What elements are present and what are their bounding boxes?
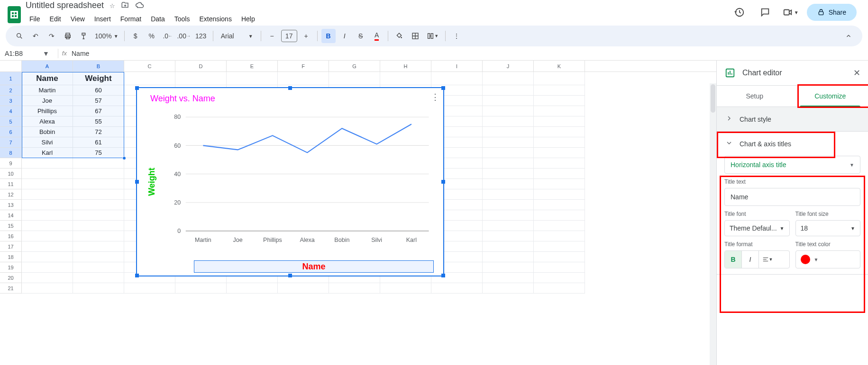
tab-customize[interactable]: Customize bbox=[793, 86, 868, 107]
cell[interactable] bbox=[534, 137, 585, 148]
cell[interactable] bbox=[483, 262, 534, 273]
cell[interactable] bbox=[22, 210, 73, 221]
cell[interactable] bbox=[534, 189, 585, 200]
row-header[interactable]: 18 bbox=[0, 252, 22, 262]
cell[interactable] bbox=[483, 189, 534, 200]
cell[interactable] bbox=[534, 169, 585, 179]
more-formats-icon[interactable]: 123 bbox=[193, 29, 209, 43]
menu-edit[interactable]: Edit bbox=[46, 13, 65, 25]
document-title[interactable]: Untitled spreadsheet bbox=[26, 0, 104, 10]
close-icon[interactable]: ✕ bbox=[853, 68, 860, 78]
cell[interactable] bbox=[73, 262, 124, 273]
row-header[interactable]: 2 bbox=[0, 85, 22, 96]
increase-decimal-icon[interactable]: .00→ bbox=[177, 29, 191, 43]
row-header[interactable]: 4 bbox=[0, 106, 22, 116]
row-header[interactable]: 8 bbox=[0, 148, 22, 158]
cell[interactable] bbox=[534, 200, 585, 210]
cell[interactable] bbox=[22, 241, 73, 252]
currency-format-icon[interactable]: $ bbox=[128, 29, 143, 43]
bold-button[interactable]: B bbox=[321, 29, 336, 43]
cell[interactable] bbox=[175, 283, 227, 294]
col-header-j[interactable]: J bbox=[483, 61, 534, 71]
decrease-font-size-button[interactable]: − bbox=[265, 29, 279, 43]
decrease-decimal-icon[interactable]: .0← bbox=[161, 29, 175, 43]
cell[interactable] bbox=[73, 210, 124, 221]
cell[interactable] bbox=[534, 221, 585, 231]
cell[interactable] bbox=[534, 252, 585, 262]
cell[interactable] bbox=[483, 127, 534, 137]
cell[interactable]: 60 bbox=[73, 85, 124, 96]
cell[interactable] bbox=[124, 283, 175, 294]
cell[interactable]: Phillips bbox=[22, 106, 73, 116]
formula-bar-value[interactable]: Name bbox=[72, 50, 89, 57]
cell[interactable] bbox=[483, 116, 534, 127]
cell[interactable] bbox=[534, 231, 585, 241]
cell[interactable] bbox=[73, 179, 124, 189]
cell[interactable] bbox=[431, 283, 483, 294]
cell[interactable]: Martin bbox=[22, 85, 73, 96]
col-header-f[interactable]: F bbox=[278, 61, 329, 71]
row-header[interactable]: 21 bbox=[0, 283, 22, 294]
cell[interactable] bbox=[73, 158, 124, 169]
cell[interactable] bbox=[22, 252, 73, 262]
menu-extensions[interactable]: Extensions bbox=[195, 13, 235, 25]
undo-icon[interactable]: ↶ bbox=[28, 29, 43, 43]
cell[interactable] bbox=[22, 179, 73, 189]
cell[interactable] bbox=[22, 200, 73, 210]
cell[interactable] bbox=[22, 231, 73, 241]
cell[interactable] bbox=[73, 241, 124, 252]
cell[interactable] bbox=[534, 210, 585, 221]
col-header-c[interactable]: C bbox=[124, 61, 175, 71]
row-header[interactable]: 13 bbox=[0, 200, 22, 210]
paint-format-icon[interactable] bbox=[77, 29, 91, 43]
row-header[interactable]: 10 bbox=[0, 169, 22, 179]
row-header[interactable]: 5 bbox=[0, 116, 22, 127]
cell[interactable]: 67 bbox=[73, 106, 124, 116]
cell[interactable] bbox=[534, 273, 585, 283]
fill-color-button[interactable] bbox=[392, 29, 406, 43]
cell[interactable] bbox=[124, 72, 175, 85]
increase-font-size-button[interactable]: + bbox=[299, 29, 313, 43]
cell[interactable] bbox=[483, 210, 534, 221]
percent-format-icon[interactable]: % bbox=[145, 29, 159, 43]
menu-file[interactable]: File bbox=[26, 13, 44, 25]
row-header[interactable]: 17 bbox=[0, 241, 22, 252]
cell[interactable] bbox=[380, 283, 431, 294]
cell[interactable] bbox=[73, 200, 124, 210]
cell[interactable]: Weight bbox=[73, 72, 124, 85]
cell[interactable] bbox=[483, 283, 534, 294]
row-header[interactable]: 9 bbox=[0, 158, 22, 169]
embedded-chart[interactable]: ⋮ Weight vs. Name Weight 020406080Martin… bbox=[136, 87, 444, 276]
cell[interactable] bbox=[175, 72, 227, 85]
menu-tools[interactable]: Tools bbox=[171, 13, 194, 25]
meet-icon[interactable]: ▼ bbox=[781, 3, 800, 22]
title-text-color-picker[interactable]: ▼ bbox=[795, 250, 861, 268]
cell[interactable] bbox=[483, 137, 534, 148]
cell[interactable] bbox=[483, 106, 534, 116]
cloud-status-icon[interactable] bbox=[135, 0, 145, 11]
chart-x-axis-title[interactable]: Name bbox=[194, 260, 434, 273]
name-box-dropdown-icon[interactable]: ▼ bbox=[43, 50, 49, 57]
cell[interactable] bbox=[534, 148, 585, 158]
cell[interactable] bbox=[483, 221, 534, 231]
title-italic-button[interactable]: I bbox=[742, 251, 759, 268]
section-chart-style-header[interactable]: Chart style bbox=[717, 107, 868, 131]
sheets-logo[interactable] bbox=[8, 6, 21, 23]
font-size-input[interactable]: 17 bbox=[281, 30, 297, 42]
cell[interactable] bbox=[483, 231, 534, 241]
title-font-size-select[interactable]: 18▼ bbox=[795, 220, 861, 236]
merge-cells-button[interactable]: ▼ bbox=[424, 29, 441, 43]
cell[interactable] bbox=[483, 179, 534, 189]
cell[interactable]: 72 bbox=[73, 127, 124, 137]
cell[interactable] bbox=[329, 283, 380, 294]
cell[interactable]: Silvi bbox=[22, 137, 73, 148]
cell[interactable] bbox=[483, 148, 534, 158]
cell[interactable] bbox=[431, 72, 483, 85]
cell[interactable] bbox=[534, 262, 585, 273]
cell[interactable] bbox=[22, 158, 73, 169]
cell[interactable] bbox=[22, 169, 73, 179]
redo-icon[interactable]: ↷ bbox=[45, 29, 59, 43]
cell[interactable] bbox=[483, 169, 534, 179]
col-header-i[interactable]: I bbox=[431, 61, 483, 71]
cell[interactable] bbox=[483, 200, 534, 210]
